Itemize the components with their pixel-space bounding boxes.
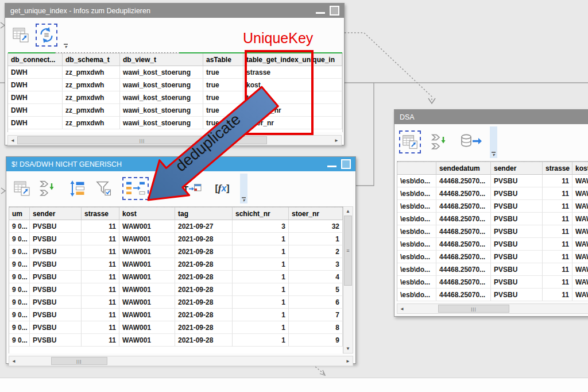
table-row[interactable]: \esb\do...44468.25070...PVSBU11WAW001 bbox=[397, 276, 588, 289]
chevron-down-icon: ▾ bbox=[492, 153, 494, 157]
scrollbar-thumb[interactable]: ||| bbox=[17, 136, 267, 144]
scrollbar-thumb[interactable]: ||| bbox=[438, 305, 509, 313]
table-row[interactable]: 9 0...PVSBU11WAW0012021-09-27332 bbox=[9, 220, 343, 233]
table-cell: zz_pmxdwh bbox=[63, 104, 120, 117]
column-header[interactable]: um bbox=[9, 207, 30, 220]
connector-elbow bbox=[356, 83, 374, 186]
titlebar-get-unique-index[interactable]: get_unique_index - Infos zum Deduplizier… bbox=[5, 3, 344, 18]
toolbar-overflow-button[interactable]: ▾ bbox=[490, 126, 497, 158]
table-cell: WAW001 bbox=[572, 251, 588, 263]
table-row[interactable]: \esb\do...44468.25070...PVSBU11WAW001 bbox=[397, 238, 588, 251]
horizontal-scrollbar[interactable]: ◄ ||| ► bbox=[9, 356, 353, 366]
svg-text:T: T bbox=[183, 184, 188, 194]
table-row[interactable]: 9 0...PVSBU11WAW0012021-09-2813 bbox=[9, 258, 343, 271]
scroll-right-icon[interactable]: ► bbox=[332, 136, 341, 145]
column-header[interactable]: sendedatum bbox=[436, 162, 491, 175]
column-header[interactable]: db_view_t bbox=[120, 53, 203, 66]
column-header[interactable]: db_connect... bbox=[8, 53, 63, 66]
append-rows-button[interactable] bbox=[37, 177, 59, 200]
grid-body: \esb\do...44468.25070...PVSBU11WAW001\es… bbox=[397, 175, 588, 301]
scroll-right-icon[interactable]: ► bbox=[343, 356, 353, 366]
scroll-up-icon[interactable]: ▲ bbox=[343, 207, 353, 216]
vertical-scrollbar[interactable]: ▲ ≡ ▼ bbox=[343, 206, 353, 353]
toolbar-overflow-button[interactable]: ▾ bbox=[62, 20, 69, 50]
column-header[interactable]: sender bbox=[30, 207, 82, 220]
result-grid-zone: sendedatumsenderstrassekost \esb\do...44… bbox=[397, 161, 588, 301]
table-cell: 9 0... bbox=[9, 233, 30, 245]
column-header[interactable]: sender bbox=[491, 162, 543, 175]
column-header[interactable]: db_schema_t bbox=[63, 53, 120, 66]
column-header[interactable]: kost bbox=[119, 207, 175, 220]
scroll-left-icon[interactable]: ◄ bbox=[8, 136, 17, 145]
column-header[interactable]: strasse bbox=[543, 162, 572, 175]
table-row[interactable]: \esb\do...44468.25070...PVSBU11WAW001 bbox=[397, 289, 588, 301]
table-row[interactable]: 9 0...PVSBU11WAW0012021-09-2816 bbox=[9, 296, 343, 309]
sort-button[interactable] bbox=[67, 177, 89, 200]
table-row[interactable]: \esb\do...44468.25070...PVSBU11WAW001 bbox=[397, 213, 588, 225]
column-header[interactable] bbox=[397, 162, 436, 175]
append-rows-button[interactable] bbox=[428, 130, 450, 153]
table-cell: WAW001 bbox=[572, 263, 588, 276]
table-cell: 11 bbox=[82, 321, 119, 334]
table-row[interactable]: \esb\do...44468.25070...PVSBU11WAW001 bbox=[397, 251, 588, 263]
open-result-table-button[interactable] bbox=[399, 130, 421, 153]
scroll-down-icon[interactable]: ▼ bbox=[343, 344, 353, 353]
scroll-left-icon[interactable]: ◄ bbox=[9, 356, 18, 366]
deduplicate-button[interactable] bbox=[122, 177, 149, 200]
table-row[interactable]: 9 0...PVSBU11WAW0012021-09-2819 bbox=[9, 334, 343, 347]
scrollbar-track[interactable]: ||| bbox=[17, 136, 332, 145]
table-row[interactable]: 9 0...PVSBU11WAW0012021-09-2817 bbox=[9, 309, 343, 321]
column-header[interactable]: schicht_nr bbox=[233, 207, 289, 220]
scrollbar-track[interactable]: ||| bbox=[18, 356, 343, 366]
text-to-table-button[interactable]: T bbox=[153, 177, 177, 200]
table-cell: PVSBU bbox=[491, 187, 543, 200]
table-row[interactable]: \esb\do...44468.25070...PVSBU11WAW001 bbox=[397, 175, 588, 187]
table-cell: WAW001 bbox=[119, 321, 175, 334]
open-result-table-button[interactable] bbox=[11, 177, 33, 200]
table-row[interactable]: 9 0...PVSBU11WAW0012021-09-2818 bbox=[9, 321, 343, 334]
toolbar-overflow-button[interactable]: ▾ bbox=[240, 174, 247, 203]
grid-header-row: umsenderstrassekosttagschicht_nrstoer_nr bbox=[9, 207, 343, 220]
table-row[interactable]: 9 0...PVSBU11WAW0012021-09-2814 bbox=[9, 271, 343, 283]
table-row[interactable]: \esb\do...44468.25070...PVSBU11WAW001 bbox=[397, 200, 588, 213]
column-header[interactable]: tag bbox=[175, 207, 233, 220]
scroll-left-icon[interactable]: ◄ bbox=[397, 304, 407, 313]
table-row[interactable]: 9 0...PVSBU11WAW0012021-09-2811 bbox=[9, 233, 343, 245]
column-header[interactable]: strasse bbox=[82, 207, 119, 220]
scrollbar-thumb[interactable]: ≡ bbox=[344, 216, 352, 286]
open-result-table-button[interactable] bbox=[10, 24, 32, 47]
column-header[interactable]: stoer_nr bbox=[289, 207, 343, 220]
table-row[interactable]: 9 0...PVSBU11WAW0012021-09-2815 bbox=[9, 283, 343, 296]
column-header[interactable]: kost bbox=[572, 162, 588, 175]
scrollbar-track[interactable]: ≡ bbox=[343, 216, 353, 344]
table-row[interactable]: 9 0...PVSBU11WAW0012021-09-2812 bbox=[9, 245, 343, 258]
titlebar-dsa-dwh[interactable]: $! DSA/DWH NICHT GENERISCH bbox=[6, 157, 355, 171]
table-row[interactable]: \esb\do...44468.25070...PVSBU11WAW001 bbox=[397, 263, 588, 276]
titlebar-dsa[interactable]: DSA bbox=[394, 110, 588, 124]
filter-button[interactable] bbox=[93, 177, 115, 200]
table-row[interactable]: \esb\do...44468.25070...PVSBU11WAW001 bbox=[397, 225, 588, 238]
window-title: $! DSA/DWH NICHT GENERISCH bbox=[11, 160, 122, 168]
minimize-button[interactable] bbox=[327, 166, 336, 167]
result-table-icon bbox=[12, 179, 32, 198]
formula-button[interactable]: [fx] bbox=[209, 177, 235, 200]
table-cell: WAW001 bbox=[572, 289, 588, 301]
table-cell: 11 bbox=[543, 276, 572, 289]
scrollbar-thumb[interactable]: ||| bbox=[51, 357, 107, 365]
horizontal-scrollbar[interactable]: ◄ ||| ► bbox=[7, 135, 342, 145]
column-header[interactable]: asTable bbox=[203, 53, 243, 66]
minimize-button[interactable] bbox=[316, 12, 325, 14]
table-cell: DWH bbox=[8, 104, 63, 117]
export-to-database-button[interactable] bbox=[458, 130, 485, 153]
horizontal-scrollbar[interactable]: ◄ ||| ► bbox=[397, 303, 588, 314]
table-cell: 9 bbox=[289, 334, 343, 347]
table-row[interactable]: \esb\do...44468.25070...PVSBU11WAW001 bbox=[397, 187, 588, 200]
refresh-button[interactable] bbox=[36, 24, 57, 47]
table-cell: \esb\do... bbox=[397, 251, 436, 263]
thumb-grip-icon: ||| bbox=[471, 306, 476, 312]
table-cell: PVSBU bbox=[30, 334, 82, 347]
scrollbar-track[interactable]: ||| bbox=[407, 304, 588, 313]
text-to-table-alt-button[interactable]: T bbox=[181, 177, 205, 200]
maximize-button[interactable] bbox=[341, 159, 351, 169]
maximize-button[interactable] bbox=[330, 6, 339, 16]
